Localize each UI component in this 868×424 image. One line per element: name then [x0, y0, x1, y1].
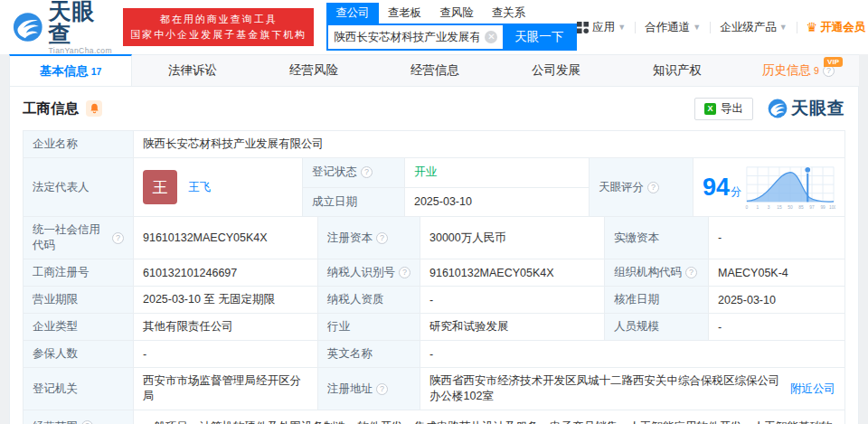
reg-authority-label: 登记机关	[24, 368, 134, 410]
help-icon[interactable]: ?	[399, 267, 410, 278]
uscc-label: 统一社会信用代码 ?	[24, 217, 134, 259]
nav-enterprise[interactable]: 企业级产品 ▼	[720, 20, 787, 35]
vip-badge: VIP	[824, 57, 843, 67]
uscc-value: 91610132MAECY05K4X	[134, 217, 318, 259]
monitor-bell-button[interactable]	[86, 100, 102, 117]
tab-business-info-label: 经营信息	[410, 62, 459, 79]
tianyancha-logo[interactable]: 天眼查 TianYanCha.com	[13, 0, 114, 54]
help-icon[interactable]: ?	[81, 420, 93, 424]
svg-text:3: 3	[768, 205, 770, 210]
section-title: 工商信息	[23, 99, 79, 118]
reg-capital-label-text: 注册资本	[327, 231, 373, 246]
staff-size-value: -	[709, 314, 844, 340]
company-name-value: 陕西长安芯材科技产业发展有限公司	[134, 131, 844, 157]
search-input[interactable]	[328, 25, 485, 49]
search-tab-boss[interactable]: 查老板	[379, 3, 431, 24]
excel-icon: X	[704, 103, 716, 115]
business-term-label: 营业期限	[24, 287, 134, 313]
tab-operating-risk-label: 经营风险	[289, 62, 338, 79]
top-header: 天眼查 TianYanCha.com 都在用的商业查询工具 国家中小企业发展子基…	[0, 0, 868, 54]
slogan-line2: 国家中小企业发展子基金旗下机构	[130, 27, 307, 42]
paid-capital-value: -	[709, 217, 844, 259]
nav-apps[interactable]: 应用 ▼	[577, 20, 626, 35]
reg-address-label-text: 注册地址	[327, 382, 373, 397]
score-unit: 分	[731, 184, 741, 200]
score-distribution-chart: 013 155085 9799100	[745, 164, 835, 211]
help-icon[interactable]: ?	[685, 267, 697, 278]
svg-text:1: 1	[757, 205, 760, 210]
tab-history-info-label: 历史信息	[762, 62, 811, 79]
english-name-label: 英文名称	[318, 341, 420, 367]
taxpayer-quality-value: -	[420, 287, 605, 313]
org-code-value: MAECY05K-4	[709, 259, 844, 286]
nearby-companies-link[interactable]: 附近公司	[790, 382, 835, 397]
paid-capital-label: 实缴资本	[605, 217, 709, 259]
help-icon[interactable]: ?	[361, 166, 373, 178]
company-type-value: 其他有限责任公司	[134, 314, 318, 340]
divider	[710, 22, 711, 33]
tab-intellectual-property-label: 知识产权	[653, 62, 702, 79]
score-label-text: 天眼评分	[599, 180, 644, 195]
clear-icon[interactable]: ✕	[485, 31, 497, 43]
tab-history-info[interactable]: VIP 历史信息 9 ?	[738, 55, 859, 86]
nav-vip-label: 开通会员	[820, 20, 865, 35]
tab-legal[interactable]: 法律诉讼	[132, 55, 253, 86]
tab-business-info[interactable]: 经营信息	[374, 55, 495, 86]
reg-number-value: 610132101246697	[134, 259, 318, 286]
search-button[interactable]: 天眼一下	[503, 25, 575, 49]
help-icon[interactable]: ?	[647, 182, 659, 193]
svg-text:0: 0	[746, 205, 749, 210]
svg-text:99: 99	[820, 205, 826, 210]
score-cell: 94 分	[693, 158, 844, 216]
reg-status-label: 登记状态 ?	[303, 158, 405, 187]
tab-history-info-count: 9	[814, 65, 819, 76]
search-tab-relation[interactable]: 查关系	[483, 3, 535, 24]
detail-tabbar: 基本信息 17 法律诉讼 经营风险 经营信息 公司发展 知识产权 VIP 历史信…	[9, 54, 859, 87]
registration-table: 企业名称 陕西长安芯材科技产业发展有限公司 法定代表人 王 王飞 登记状态 ?	[23, 130, 845, 424]
svg-text:97: 97	[809, 205, 815, 210]
tab-company-development[interactable]: 公司发展	[495, 55, 617, 86]
nav-partner[interactable]: 合作通道 ▼	[645, 20, 701, 35]
export-button[interactable]: X 导出	[694, 98, 753, 120]
help-icon[interactable]: ?	[376, 232, 388, 244]
reg-address-cell: 陕西省西安市经济技术开发区凤城十二路西安关中综合保税区综保公司办公楼102室 附…	[420, 368, 844, 410]
org-code-label: 组织机构代码 ?	[605, 259, 709, 286]
tianyancha-swirl-icon	[768, 99, 788, 118]
legal-rep-avatar[interactable]: 王	[143, 170, 177, 204]
divider	[635, 22, 636, 33]
top-nav: 应用 ▼ 合作通道 ▼ 企业级产品 ▼ ♛ 开通会员 ▼ 费米	[577, 19, 868, 36]
tab-basic-info[interactable]: 基本信息 17	[9, 54, 132, 86]
nav-partner-label: 合作通道	[645, 20, 690, 35]
help-icon[interactable]: ?	[112, 232, 124, 244]
industry-label: 行业	[318, 314, 420, 340]
taxpayer-id-label-text: 纳税人识别号	[327, 265, 395, 280]
reg-capital-value: 30000万人民币	[420, 217, 605, 259]
search-area: 查公司 查老板 查风险 查关系 ✕ 天眼一下	[326, 4, 577, 51]
tab-intellectual-property[interactable]: 知识产权	[617, 55, 738, 86]
svg-text:15: 15	[777, 205, 782, 210]
nav-apps-label: 应用	[592, 20, 615, 35]
reg-address-value: 陕西省西安市经济技术开发区凤城十二路西安关中综合保税区综保公司办公楼102室	[429, 373, 781, 404]
insured-label: 参保人数	[24, 341, 134, 367]
legal-rep-cell: 王 王飞	[134, 158, 303, 216]
chevron-down-icon: ▼	[779, 23, 788, 32]
english-name-value: -	[420, 341, 844, 367]
score-value: 94	[703, 175, 730, 200]
legal-rep-link[interactable]: 王飞	[188, 180, 211, 195]
industry-value: 研究和试验发展	[420, 314, 605, 340]
tab-basic-info-label: 基本信息	[40, 63, 89, 80]
org-code-label-text: 组织机构代码	[614, 265, 682, 280]
search-tab-risk[interactable]: 查风险	[430, 3, 483, 24]
nav-vip[interactable]: ♛ 开通会员 ▼	[807, 20, 868, 35]
bell-icon	[90, 103, 99, 114]
slogan-banner: 都在用的商业查询工具 国家中小企业发展子基金旗下机构	[123, 8, 314, 46]
tab-legal-label: 法律诉讼	[168, 62, 217, 79]
reg-status-value: 开业	[405, 158, 590, 187]
tab-operating-risk[interactable]: 经营风险	[253, 55, 374, 86]
slogan-line1: 都在用的商业查询工具	[130, 12, 307, 27]
help-icon[interactable]: ?	[376, 383, 388, 395]
taxpayer-id-label: 纳税人识别号 ?	[318, 259, 420, 286]
reg-number-label: 工商注册号	[24, 259, 134, 286]
search-tab-company[interactable]: 查公司	[326, 3, 379, 24]
crown-icon: ♛	[807, 20, 818, 34]
